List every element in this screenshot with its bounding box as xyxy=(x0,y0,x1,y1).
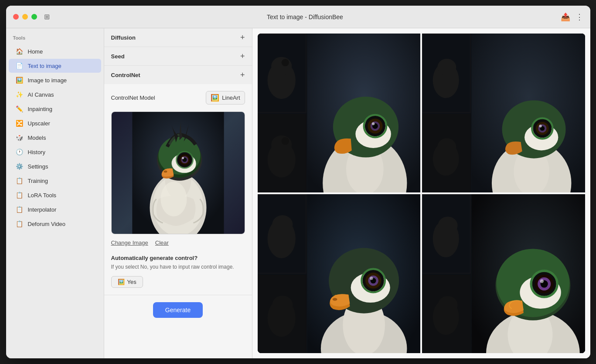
diffusion-section-header[interactable]: Diffusion + xyxy=(104,28,252,47)
sidebar-item-interpolator[interactable]: 📋 Interpolator xyxy=(9,202,101,216)
svg-point-33 xyxy=(371,122,374,125)
sidebar-item-image-to-image[interactable]: 🖼️ Image to image xyxy=(9,73,101,87)
upscaler-icon: 🔀 xyxy=(16,119,24,127)
lora-tools-icon: 📋 xyxy=(16,191,24,199)
traffic-lights xyxy=(13,14,37,20)
sidebar-item-text-to-image[interactable]: 📄 Text to image xyxy=(9,59,101,73)
sidebar-item-inpainting[interactable]: ✏️ Inpainting xyxy=(9,102,101,116)
svg-point-37 xyxy=(271,57,292,76)
sidebar-item-ai-canvas[interactable]: ✨ AI Canvas xyxy=(9,88,101,101)
sidebar: Tools 🏠 Home 📄 Text to image 🖼️ Image to… xyxy=(6,28,104,358)
diffusion-section-title: Diffusion xyxy=(111,34,136,41)
settings-panel: Diffusion + Seed + ControlNet + xyxy=(104,28,252,358)
maximize-button[interactable] xyxy=(31,14,37,20)
sidebar-item-deforum-video[interactable]: 📋 Deforum Video xyxy=(9,217,101,231)
controlnet-model-row: ControlNet Model 🖼️ LineArt xyxy=(111,91,245,104)
auto-control-desc: If you select No, you have to input raw … xyxy=(111,263,245,271)
sidebar-section-label: Tools xyxy=(6,34,104,44)
svg-point-85 xyxy=(272,296,293,314)
auto-control-value: Yes xyxy=(127,279,136,285)
controlnet-model-selector[interactable]: 🖼️ LineArt xyxy=(206,91,245,104)
change-image-button[interactable]: Change Image xyxy=(111,239,148,246)
ai-canvas-icon: ✨ xyxy=(16,91,24,98)
auto-control-toggle[interactable]: 🖼️ Yes xyxy=(111,276,143,288)
image-grid xyxy=(258,34,585,353)
auto-control-title: Automatically generate control? xyxy=(111,255,245,261)
sidebar-label-image-to-image: Image to image xyxy=(28,77,67,84)
svg-point-78 xyxy=(370,276,373,280)
sidebar-label-ai-canvas: AI Canvas xyxy=(28,91,54,98)
svg-point-104 xyxy=(438,217,457,235)
image-to-image-icon: 🖼️ xyxy=(16,76,24,84)
sidebar-item-home[interactable]: 🏠 Home xyxy=(9,44,101,58)
sidebar-label-inpainting: Inpainting xyxy=(28,106,52,112)
sidebar-label-text-to-image: Text to image xyxy=(28,63,61,69)
grid-cell-top-left[interactable] xyxy=(258,34,421,192)
sidebar-label-lora-tools: LoRA Tools xyxy=(28,192,57,199)
svg-point-107 xyxy=(438,296,457,314)
sidebar-item-history[interactable]: 🕐 History xyxy=(9,145,101,159)
grid-cell-bottom-right[interactable] xyxy=(422,194,585,353)
svg-point-56 xyxy=(539,125,542,127)
generate-button[interactable]: Generate xyxy=(153,302,203,318)
diffusion-section: Diffusion + xyxy=(104,28,252,47)
training-icon: 📋 xyxy=(16,177,24,185)
close-button[interactable] xyxy=(13,14,19,20)
svg-point-41 xyxy=(271,135,292,154)
seed-section-title: Seed xyxy=(111,53,125,60)
control-image-upload[interactable] xyxy=(111,111,245,234)
controlnet-section: ControlNet + ControlNet Model 🖼️ LineArt xyxy=(104,66,252,295)
titlebar-actions: 📤 ⋮ xyxy=(561,12,583,22)
sidebar-label-models: Models xyxy=(28,135,46,141)
seed-section-header[interactable]: Seed + xyxy=(104,47,252,65)
grid-cell-bottom-left[interactable] xyxy=(258,194,421,353)
svg-point-10 xyxy=(163,171,167,173)
duck-image-preview xyxy=(112,112,245,234)
model-badge-icon: 🖼️ xyxy=(211,94,219,102)
sidebar-label-training: Training xyxy=(28,178,48,184)
clear-image-button[interactable]: Clear xyxy=(155,239,169,246)
controlnet-model-value: LineArt xyxy=(222,94,240,101)
seed-expand-icon[interactable]: + xyxy=(240,52,245,60)
history-icon: 🕐 xyxy=(16,148,24,156)
interpolator-icon: 📋 xyxy=(16,206,24,213)
sidebar-item-models[interactable]: 🎲 Models xyxy=(9,131,101,145)
controlnet-section-title: ControlNet xyxy=(111,72,140,78)
models-icon: 🎲 xyxy=(16,134,24,142)
main-content xyxy=(252,28,590,358)
deforum-video-icon: 📋 xyxy=(16,220,24,228)
diffusion-expand-icon[interactable]: + xyxy=(240,34,245,41)
svg-point-100 xyxy=(540,279,544,283)
controlnet-body: ControlNet Model 🖼️ LineArt xyxy=(104,84,252,295)
window-title: Text to image - DiffusionBee xyxy=(50,13,561,20)
svg-point-60 xyxy=(437,59,456,76)
controlnet-expand-icon[interactable]: + xyxy=(240,71,245,79)
home-icon: 🏠 xyxy=(16,47,24,55)
sidebar-item-upscaler[interactable]: 🔀 Upscaler xyxy=(9,116,101,130)
auto-control-icon: 🖼️ xyxy=(118,279,125,285)
sidebar-item-training[interactable]: 📋 Training xyxy=(9,174,101,188)
svg-point-17 xyxy=(182,157,184,159)
inpainting-icon: ✏️ xyxy=(16,105,24,113)
text-to-image-icon: 📄 xyxy=(16,62,24,70)
minimize-button[interactable] xyxy=(22,14,28,20)
svg-point-73 xyxy=(332,298,337,300)
sidebar-label-upscaler: Upscaler xyxy=(28,120,50,127)
svg-point-63 xyxy=(437,138,456,155)
sidebar-label-settings: Settings xyxy=(28,163,48,170)
svg-point-38 xyxy=(281,59,289,66)
sidebar-item-settings[interactable]: ⚙️ Settings xyxy=(9,159,101,173)
sidebar-toggle-icon[interactable]: ⊞ xyxy=(44,13,50,21)
export-icon[interactable]: 📤 xyxy=(561,12,570,22)
titlebar: ⊞ Text to image - DiffusionBee 📤 ⋮ xyxy=(6,6,590,28)
svg-point-19 xyxy=(160,182,187,216)
grid-cell-top-right[interactable] xyxy=(422,34,585,192)
sidebar-item-lora-tools[interactable]: 📋 LoRA Tools xyxy=(9,188,101,202)
seed-section: Seed + xyxy=(104,47,252,66)
controlnet-section-header[interactable]: ControlNet + xyxy=(104,66,252,84)
controlnet-model-label: ControlNet Model xyxy=(111,94,155,101)
settings-icon: ⚙️ xyxy=(16,162,24,170)
more-options-icon[interactable]: ⋮ xyxy=(576,12,583,22)
sidebar-label-home: Home xyxy=(28,48,43,55)
svg-point-82 xyxy=(272,215,293,234)
